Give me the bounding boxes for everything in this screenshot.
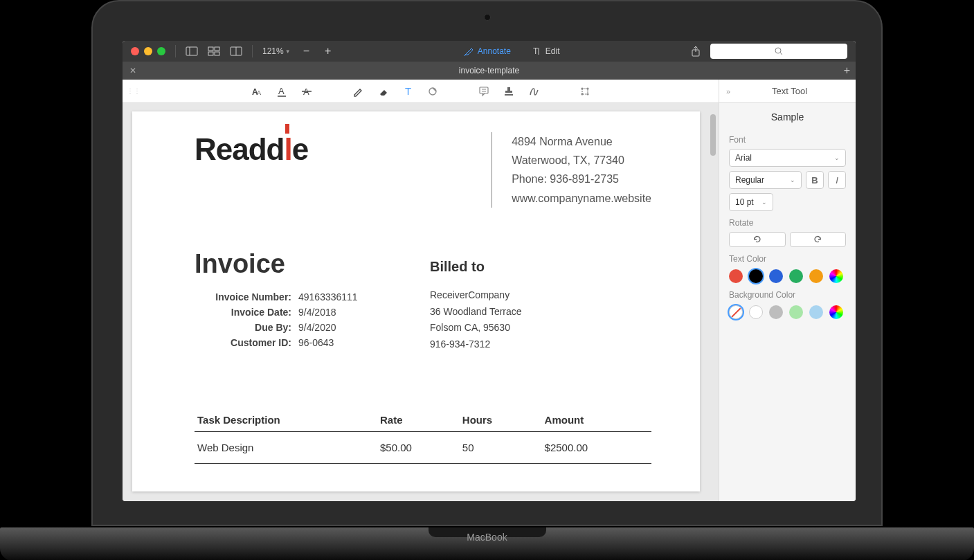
bg-color-custom[interactable]	[829, 305, 843, 319]
svg-point-28	[587, 88, 588, 89]
two-page-icon[interactable]	[230, 46, 242, 56]
zoom-dropdown[interactable]: 121%▼	[262, 46, 291, 56]
text-style-icon[interactable]: AA	[250, 84, 264, 98]
shape-icon[interactable]	[426, 84, 440, 98]
svg-rect-3	[215, 47, 219, 51]
bg-color-label: Background Color	[729, 290, 846, 300]
due-by-value: 9/4/2020	[298, 322, 388, 333]
zoom-in-button[interactable]: +	[322, 45, 334, 57]
stamp-icon[interactable]	[502, 84, 516, 98]
invoice-title: Invoice	[195, 249, 388, 279]
vertical-scrollbar[interactable]	[710, 114, 716, 156]
tab-close-button[interactable]: ✕	[123, 66, 143, 75]
svg-rect-25	[505, 94, 513, 96]
svg-point-12	[775, 48, 781, 53]
sidebar-toggle-icon[interactable]	[186, 46, 198, 56]
bg-color-gray[interactable]	[769, 305, 783, 319]
underline-icon[interactable]: A	[275, 84, 289, 98]
tab-bar: ✕ invoice-template +	[123, 62, 856, 80]
svg-rect-22	[480, 87, 488, 93]
customer-id-value: 96-0643	[298, 337, 388, 348]
invoice-number-label: Invoice Number:	[195, 291, 291, 302]
window-minimize-button[interactable]	[144, 47, 152, 55]
document-canvas[interactable]: Readdle 4894 Norma Avenue Waterwood, TX,…	[123, 103, 719, 501]
edit-mode-button[interactable]: T Edit	[532, 46, 560, 56]
rotate-cw-button[interactable]	[790, 232, 847, 247]
pen-icon[interactable]	[351, 84, 365, 98]
bg-color-white[interactable]	[749, 305, 763, 319]
annotate-mode-button[interactable]: Annotate	[464, 46, 511, 56]
text-color-blue[interactable]	[769, 269, 783, 283]
svg-point-30	[587, 93, 588, 95]
svg-rect-0	[186, 47, 197, 55]
text-color-orange[interactable]	[809, 269, 823, 283]
svg-text:A: A	[278, 86, 285, 96]
svg-text:T: T	[533, 46, 539, 56]
table-row: Web Design $50.00 50 $2500.00	[195, 431, 651, 463]
zoom-out-button[interactable]: −	[300, 45, 312, 57]
laptop-brand: MacBook	[467, 532, 507, 543]
search-input[interactable]	[710, 44, 847, 59]
due-by-label: Due By:	[195, 322, 291, 333]
text-color-label: Text Color	[729, 254, 846, 264]
laptop-camera	[484, 14, 491, 21]
share-icon[interactable]	[689, 46, 702, 56]
tab-title: invoice-template	[459, 66, 519, 75]
invoice-date-value: 9/4/2018	[298, 307, 388, 318]
bg-color-blue[interactable]	[809, 305, 823, 319]
col-task: Task Description	[195, 408, 377, 432]
company-logo: Readdle	[195, 132, 308, 167]
billed-street: 36 Woodland Terrace	[430, 304, 651, 320]
inspector-title: Text Tool	[730, 86, 849, 96]
bold-button[interactable]: B	[806, 171, 824, 189]
invoice-number-value: 49163336111	[298, 291, 388, 302]
text-color-black[interactable]	[749, 269, 763, 283]
customer-id-label: Customer ID:	[195, 337, 291, 348]
svg-rect-2	[208, 47, 213, 51]
col-hours: Hours	[460, 408, 542, 432]
rotate-section-label: Rotate	[729, 218, 846, 228]
company-website: www.companyname.website	[512, 189, 651, 208]
eraser-icon[interactable]	[376, 84, 390, 98]
font-weight-select[interactable]: Regular⌄	[729, 171, 802, 189]
tab-add-button[interactable]: +	[844, 64, 850, 77]
billed-name: ReceiverCompany	[430, 287, 651, 304]
svg-point-21	[429, 88, 436, 95]
italic-button[interactable]: I	[828, 171, 846, 189]
strikethrough-icon[interactable]: A	[300, 84, 314, 98]
bg-color-swatches	[729, 305, 846, 319]
billed-city: Folsom CA, 95630	[430, 320, 651, 336]
signature-icon[interactable]	[527, 84, 541, 98]
annotate-label: Annotate	[478, 46, 511, 56]
window-maximize-button[interactable]	[157, 47, 165, 55]
rotate-ccw-button[interactable]	[729, 232, 786, 247]
window-titlebar: 121%▼ − + Annotate T Edit	[123, 41, 856, 62]
svg-point-29	[581, 93, 583, 95]
svg-rect-26	[582, 89, 588, 94]
svg-rect-4	[208, 52, 213, 55]
edit-label: Edit	[545, 46, 560, 56]
company-info: 4894 Norma Avenue Waterwood, TX, 77340 P…	[491, 132, 651, 208]
svg-rect-5	[215, 52, 219, 55]
invoice-table: Task Description Rate Hours Amount Web D…	[195, 408, 651, 464]
font-size-select[interactable]: 10 pt⌄	[729, 193, 773, 211]
bg-color-none[interactable]	[729, 305, 743, 319]
svg-point-27	[581, 88, 583, 89]
window-close-button[interactable]	[131, 47, 139, 55]
note-icon[interactable]	[477, 84, 491, 98]
document-page: Readdle 4894 Norma Avenue Waterwood, TX,…	[132, 111, 700, 491]
text-color-swatches	[729, 269, 846, 283]
col-amount: Amount	[542, 408, 651, 432]
toolbar-drag-handle[interactable]: ⋮⋮	[127, 87, 141, 95]
company-phone: Phone: 936-891-2735	[512, 170, 651, 188]
text-tool-icon[interactable]: T	[401, 84, 415, 98]
grid-view-icon[interactable]	[208, 46, 220, 56]
text-color-custom[interactable]	[829, 269, 843, 283]
company-address: 4894 Norma Avenue	[512, 132, 651, 151]
text-color-green[interactable]	[789, 269, 803, 283]
font-family-select[interactable]: Arial⌄	[729, 149, 846, 167]
crop-icon[interactable]	[578, 84, 592, 98]
text-color-red[interactable]	[729, 269, 743, 283]
bg-color-green[interactable]	[789, 305, 803, 319]
sample-preview: Sample	[729, 111, 846, 123]
